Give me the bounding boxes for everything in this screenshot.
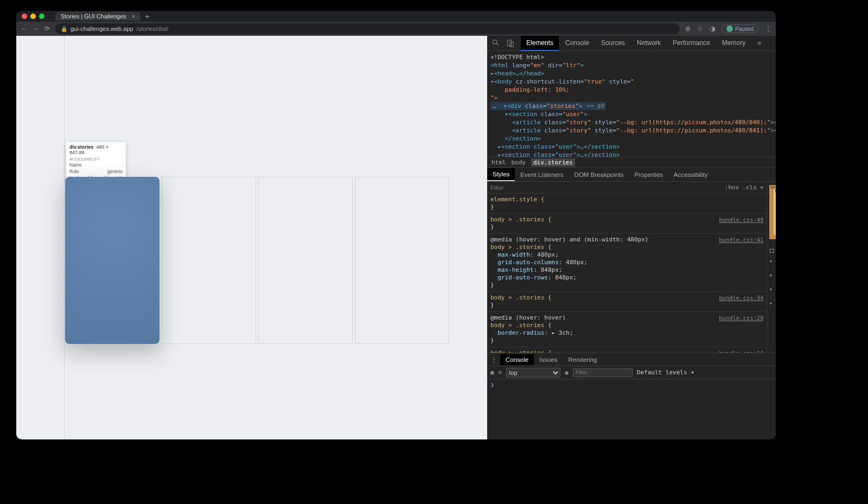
rule-block[interactable]: bundle.css:49 body > .stories { } bbox=[487, 214, 767, 234]
dom-line[interactable]: ▸<head>…</head> bbox=[490, 69, 776, 78]
back-button[interactable]: ← bbox=[21, 25, 27, 33]
console-filter-input[interactable] bbox=[573, 368, 633, 377]
rule-block[interactable]: bundle.css:14 body > .stories { width: 1… bbox=[487, 347, 767, 353]
log-levels-dropdown[interactable]: Default levels ▾ bbox=[637, 369, 694, 376]
paused-label: Paused bbox=[735, 26, 754, 32]
hov-toggle[interactable]: :hov bbox=[725, 184, 739, 191]
styles-filter-input[interactable] bbox=[490, 184, 722, 191]
crumb-html[interactable]: html bbox=[492, 159, 506, 166]
dom-line[interactable]: <article class="story" style="--bg: url(… bbox=[490, 118, 776, 126]
rule-element-style[interactable]: element.style { } bbox=[487, 194, 767, 214]
dom-line[interactable]: ▾<body cz-shortcut-listen="true" style=" bbox=[490, 78, 776, 86]
context-select[interactable]: top bbox=[506, 368, 560, 378]
rule-block[interactable]: bundle.css:34 body > .stories { } bbox=[487, 292, 767, 312]
tooltip-name-key: Name bbox=[69, 162, 82, 168]
rule-block[interactable]: bundle.css:29 @media (hover: hover) body… bbox=[487, 312, 767, 347]
dom-line[interactable]: <article class="story" style="--bg: url(… bbox=[490, 126, 776, 135]
devtools-toolbar: Elements Console Sources Network Perform… bbox=[487, 36, 776, 51]
dom-line[interactable]: ▸<section class="user">…</section> bbox=[490, 151, 776, 157]
computed-list[interactable]: ▸ border-bot… 30.2155px ▸ border-bot… 30… bbox=[769, 257, 776, 314]
cls-toggle[interactable]: .cls bbox=[742, 184, 757, 191]
minimize-window-button[interactable] bbox=[30, 14, 36, 19]
drawer-tabs: ⋮ Console Issues Rendering × bbox=[487, 353, 776, 366]
subtab-accessibility[interactable]: Accessibility bbox=[668, 169, 713, 181]
css-rules-pane[interactable]: :hov .cls + element.style { } bundle.css… bbox=[487, 182, 767, 353]
source-link[interactable]: bundle.css:41 bbox=[719, 236, 763, 244]
devtools-tab-list: Elements Console Sources Network Perform… bbox=[521, 36, 767, 51]
tab-sources[interactable]: Sources bbox=[596, 36, 630, 51]
story-slot-2[interactable] bbox=[162, 177, 256, 344]
maximize-window-button[interactable] bbox=[39, 14, 44, 19]
lock-icon: 🔒 bbox=[61, 26, 67, 32]
inspect-element-button[interactable] bbox=[490, 37, 502, 49]
close-window-button[interactable] bbox=[22, 14, 27, 19]
tab-network[interactable]: Network bbox=[631, 36, 666, 51]
styles-filter-bar: :hov .cls + bbox=[487, 182, 767, 194]
tabs-overflow[interactable]: » bbox=[752, 36, 767, 51]
story-slot-3[interactable] bbox=[258, 177, 353, 344]
tooltip-selector: div.stories bbox=[69, 144, 93, 150]
computed-pane: margin border padding - 480 × 847.992 ☐ … bbox=[767, 182, 776, 353]
device-toolbar-button[interactable] bbox=[505, 37, 516, 49]
tab-console[interactable]: Console bbox=[560, 36, 595, 51]
dom-line[interactable]: </section> bbox=[490, 135, 776, 143]
source-link[interactable]: bundle.css:29 bbox=[719, 314, 763, 322]
source-link[interactable]: bundle.css:49 bbox=[719, 216, 763, 224]
subtab-event-listeners[interactable]: Event Listeners bbox=[515, 169, 569, 181]
drawer-tab-rendering[interactable]: Rendering bbox=[563, 354, 602, 365]
subtab-dom-breakpoints[interactable]: DOM Breakpoints bbox=[569, 169, 629, 181]
tab-elements[interactable]: Elements bbox=[521, 36, 559, 51]
forward-button[interactable]: → bbox=[33, 25, 39, 33]
drawer-tab-console[interactable]: Console bbox=[500, 354, 534, 365]
dom-line[interactable]: "> bbox=[490, 94, 776, 102]
dom-line-selected[interactable]: … ▾<div class="stories"> == $0 bbox=[490, 102, 776, 110]
bm-border-label: border bbox=[775, 189, 776, 194]
avatar-icon bbox=[726, 25, 733, 32]
tooltip-role-key: Role bbox=[69, 169, 79, 174]
subtab-properties[interactable]: Properties bbox=[629, 169, 668, 181]
story-slot-1[interactable] bbox=[65, 177, 159, 344]
extension-icon[interactable]: ◑ bbox=[710, 25, 715, 33]
bookmark-icon[interactable]: ☆ bbox=[697, 25, 703, 33]
dom-line[interactable]: ▾<section class="user"> bbox=[490, 110, 776, 118]
page-viewport: div.stories 480 × 847.99 ACCESSIBILITY N… bbox=[16, 36, 487, 439]
crumb-selected[interactable]: div.stories bbox=[531, 158, 575, 167]
address-bar: ← → ⟳ 🔒 gui-challenges.web.app/stories/d… bbox=[16, 22, 776, 36]
clear-console-button[interactable]: ⊘ bbox=[499, 369, 502, 376]
dom-line[interactable]: ▸<section class="user">…</section> bbox=[490, 143, 776, 151]
show-all-checkbox[interactable]: ☐ Show all bbox=[769, 248, 776, 254]
source-link[interactable]: bundle.css:34 bbox=[719, 294, 763, 302]
omnibox[interactable]: 🔒 gui-challenges.web.app/stories/dist/ bbox=[55, 23, 680, 34]
sidebar-toggle-icon[interactable]: ▣ bbox=[490, 369, 494, 376]
dom-line[interactable]: padding-left: 10%; bbox=[490, 86, 776, 94]
source-link[interactable]: bundle.css:14 bbox=[719, 349, 763, 353]
tab-memory[interactable]: Memory bbox=[717, 36, 751, 51]
dom-breadcrumb: html body div.stories bbox=[487, 157, 776, 168]
profile-paused-chip[interactable]: Paused bbox=[722, 24, 758, 33]
console-prompt[interactable]: ❯ bbox=[490, 381, 494, 388]
new-rule-button[interactable]: + bbox=[760, 184, 764, 191]
browser-window: Stories | GUI Challenges × + ← → ⟳ 🔒 gui… bbox=[16, 11, 776, 439]
dom-tree[interactable]: <!DOCTYPE html> <html lang="en" dir="ltr… bbox=[487, 51, 776, 157]
new-tab-button[interactable]: + bbox=[145, 12, 149, 21]
story-slot-4[interactable] bbox=[355, 177, 449, 344]
chrome-menu-button[interactable]: ⋮ bbox=[765, 25, 771, 33]
dom-line[interactable]: <!DOCTYPE html> bbox=[490, 53, 776, 61]
eye-icon[interactable]: ◉ bbox=[565, 369, 569, 376]
box-model[interactable]: margin border padding - 480 × 847.992 bbox=[769, 185, 776, 239]
drawer-kebab[interactable]: ⋮ bbox=[487, 356, 500, 363]
tab-performance[interactable]: Performance bbox=[667, 36, 716, 51]
browser-tab[interactable]: Stories | GUI Challenges × bbox=[55, 12, 141, 21]
subtab-styles[interactable]: Styles bbox=[487, 168, 515, 181]
tab-title: Stories | GUI Challenges bbox=[61, 13, 126, 20]
crumb-body[interactable]: body bbox=[512, 159, 526, 166]
styles-subtabs: Styles Event Listeners DOM Breakpoints P… bbox=[487, 168, 776, 182]
reload-button[interactable]: ⟳ bbox=[44, 25, 50, 33]
dom-line[interactable]: <html lang="en" dir="ltr"> bbox=[490, 61, 776, 69]
url-path: /stories/dist/ bbox=[137, 25, 169, 32]
close-tab-button[interactable]: × bbox=[132, 13, 135, 20]
rule-block[interactable]: bundle.css:41 @media (hover: hover) and … bbox=[487, 234, 767, 292]
drawer-tab-issues[interactable]: Issues bbox=[534, 354, 563, 365]
console-body[interactable]: ❯ bbox=[487, 379, 776, 439]
search-icon[interactable]: ⊕ bbox=[685, 25, 691, 33]
